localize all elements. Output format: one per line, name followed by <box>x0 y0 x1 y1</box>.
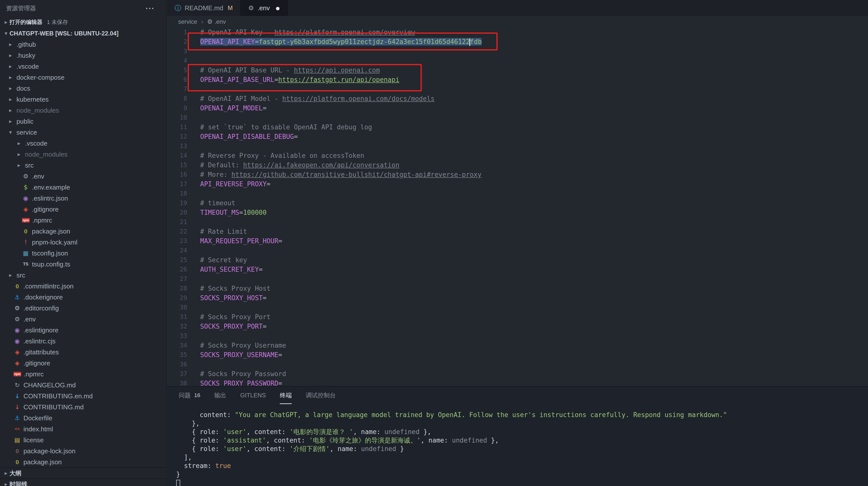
tab-.env[interactable]: ⚙.env● <box>241 0 288 16</box>
tree-folder-.vscode[interactable]: ▸.vscode <box>0 138 166 149</box>
panel-tab-GITLENS[interactable]: GITLENS <box>240 387 266 404</box>
editor-line[interactable]: 9OPENAI_API_MODEL= <box>167 104 868 113</box>
editor-line[interactable]: 24 <box>167 246 868 255</box>
tree-file-CONTRIBUTING.md[interactable]: ↓CONTRIBUTING.md <box>0 402 166 412</box>
tree-folder-public[interactable]: ▸public <box>0 116 166 127</box>
editor-line[interactable]: 5# OpenAI API Base URL - https://api.ope… <box>167 65 868 75</box>
editor-line[interactable]: 28# Socks Proxy Host <box>167 284 868 293</box>
tab-label: README.md <box>185 4 223 12</box>
editor-line[interactable]: 6OPENAI_API_BASE_URL=https://fastgpt.run… <box>167 75 868 84</box>
editor-line[interactable]: 19# timeout <box>167 198 868 208</box>
tree-file-.npmrc[interactable]: npm.npmrc <box>0 369 166 380</box>
tree-folder-docs[interactable]: ▸docs <box>0 83 166 94</box>
editor-line[interactable]: 20TIMEOUT_MS=100000 <box>167 208 868 217</box>
tree-file-.npmrc[interactable]: npm.npmrc <box>0 215 166 226</box>
tree-file-index.html[interactable]: <>index.html <box>0 424 166 434</box>
tree-file-.commitlintrc.json[interactable]: {}.commitlintrc.json <box>0 281 166 292</box>
panel-tab-问题[interactable]: 问题16 <box>179 387 200 404</box>
editor-line[interactable]: 8# OpenAI API Model - https://platform.o… <box>167 94 868 104</box>
editor-line[interactable]: 10 <box>167 113 868 122</box>
editor-line[interactable]: 29SOCKS_PROXY_HOST= <box>167 293 868 303</box>
editor-line[interactable]: 37# Socks Proxy Password <box>167 369 868 379</box>
tree-file-.gitignore[interactable]: ◈.gitignore <box>0 204 166 215</box>
editor-line[interactable]: 3 <box>167 47 868 56</box>
line-number: 27 <box>167 274 187 284</box>
editor-line[interactable]: 32SOCKS_PROXY_PORT= <box>167 322 868 331</box>
sidebar-section-时间线[interactable]: ▸时间线 <box>0 479 166 486</box>
tree-file-.env[interactable]: ⚙.env <box>0 171 166 182</box>
tree-file-package.json[interactable]: {}package.json <box>0 457 166 467</box>
tree-file-.dockerignore[interactable]: ⚓.dockerignore <box>0 292 166 303</box>
editor-line[interactable]: 21 <box>167 217 868 227</box>
tab-README.md[interactable]: ⓘREADME.mdM <box>167 0 241 16</box>
editor-line[interactable]: 16# More: https://github.com/transitive-… <box>167 170 868 179</box>
tree-file-Dockerfile[interactable]: ⚓Dockerfile <box>0 412 166 424</box>
tree-file-CONTRIBUTING.en.md[interactable]: ↓CONTRIBUTING.en.md <box>0 391 166 402</box>
panel-tab-终端[interactable]: 终端 <box>280 387 292 404</box>
panel-tab-调试控制台[interactable]: 调试控制台 <box>306 387 336 404</box>
editor-line[interactable]: 4 <box>167 56 868 65</box>
editor-line[interactable]: 12OPENAI_API_DISABLE_DEBUG= <box>167 132 868 141</box>
tree-folder-src[interactable]: ▸src <box>0 160 166 171</box>
breadcrumb-item-.env[interactable]: ⚙.env <box>207 18 226 25</box>
editor-line[interactable]: 34# Socks Proxy Username <box>167 341 868 350</box>
editor-line[interactable]: 23MAX_REQUEST_PER_HOUR= <box>167 236 868 246</box>
editor-line[interactable]: 36 <box>167 360 868 369</box>
editor-line[interactable]: 26AUTH_SECRET_KEY= <box>167 265 868 274</box>
tree-file-.env[interactable]: ⚙.env <box>0 314 166 325</box>
line-content: # OpenAI API Model - https://platform.op… <box>187 94 434 104</box>
tree-file-tsconfig.json[interactable]: ▦tsconfig.json <box>0 248 166 259</box>
tree-folder-.github[interactable]: ▸.github <box>0 39 166 50</box>
editor-line[interactable]: 33 <box>167 331 868 341</box>
tree-file-license[interactable]: ▤license <box>0 434 166 446</box>
sidebar-section-大纲[interactable]: ▸大纲 <box>0 467 166 479</box>
tree-file-.editorconfig[interactable]: ⚙.editorconfig <box>0 303 166 314</box>
editor-line[interactable]: 25# Secret key <box>167 255 868 265</box>
breadcrumb-item-service[interactable]: service <box>178 18 197 25</box>
terminal-token: }, <box>176 420 200 427</box>
tree-folder-.vscode[interactable]: ▸.vscode <box>0 61 166 72</box>
tree-folder-kubernetes[interactable]: ▸kubernetes <box>0 94 166 105</box>
open-editors-header[interactable]: ▸ 打开的编辑器 1 未保存 <box>0 17 166 28</box>
editor-line[interactable]: 7 <box>167 84 868 94</box>
tree-file-tsup.config.ts[interactable]: TStsup.config.ts <box>0 259 166 270</box>
tree-file-CHANGELOG.md[interactable]: ↻CHANGELOG.md <box>0 380 166 391</box>
tree-file-.eslintignore[interactable]: ◉.eslintignore <box>0 325 166 336</box>
tree-folder-docker-compose[interactable]: ▸docker-compose <box>0 72 166 83</box>
tree-file-.gitattributes[interactable]: ◈.gitattributes <box>0 347 166 358</box>
editor-line[interactable]: 22# Rate Limit <box>167 227 868 236</box>
tree-folder-.husky[interactable]: ▸.husky <box>0 50 166 61</box>
editor-line[interactable]: 30 <box>167 303 868 312</box>
tree-file-package-lock.json[interactable]: {}package-lock.json <box>0 446 166 457</box>
editor[interactable]: 1# OpenAI API Key - https://platform.ope… <box>167 27 868 386</box>
tree-file-pnpm-lock.yaml[interactable]: !pnpm-lock.yaml <box>0 237 166 248</box>
docker-icon: ⚓ <box>13 414 21 422</box>
editor-line[interactable]: 15# Default: https://ai.fakeopen.com/api… <box>167 160 868 170</box>
editor-line[interactable]: 11# set `true` to disable OpenAI API deb… <box>167 122 868 132</box>
editor-line[interactable]: 35SOCKS_PROXY_USERNAME= <box>167 350 868 360</box>
tree-folder-node_modules[interactable]: ▸node_modules <box>0 105 166 116</box>
tree-file-package.json[interactable]: {}package.json <box>0 226 166 237</box>
editor-line[interactable]: 2OPENAI_API_KEY=fastgpt-y6b3axfbdd5wyp01… <box>167 37 868 47</box>
editor-line[interactable]: 18 <box>167 189 868 198</box>
editor-line[interactable]: 14# Reverse Proxy - Available on accessT… <box>167 151 868 160</box>
tree-file-.eslintrc.cjs[interactable]: ◉.eslintrc.cjs <box>0 336 166 347</box>
tree-file-.eslintrc.json[interactable]: ◉.eslintrc.json <box>0 193 166 204</box>
terminal-output[interactable]: content: "You are ChatGPT, a large langu… <box>167 404 868 486</box>
editor-line[interactable]: 1# OpenAI API Key - https://platform.ope… <box>167 27 868 37</box>
panel-tab-输出[interactable]: 输出 <box>214 387 226 404</box>
editor-line[interactable]: 13 <box>167 141 868 151</box>
tree-file-.gitignore[interactable]: ◈.gitignore <box>0 358 166 369</box>
line-number: 8 <box>167 94 187 104</box>
more-actions-icon[interactable]: ⋯ <box>145 3 155 13</box>
tree-folder-node_modules[interactable]: ▸node_modules <box>0 149 166 160</box>
editor-line[interactable]: 38SOCKS_PROXY_PASSWORD= <box>167 379 868 386</box>
editor-line[interactable]: 31# Socks Proxy Port <box>167 312 868 322</box>
tree-folder-src[interactable]: ▸src <box>0 270 166 281</box>
editor-line[interactable]: 27 <box>167 274 868 284</box>
tree-file-.env.example[interactable]: $.env.example <box>0 182 166 193</box>
tree-folder-service[interactable]: ▾service <box>0 127 166 138</box>
editor-line[interactable]: 17API_REVERSE_PROXY= <box>167 179 868 189</box>
line-text: # Socks Proxy Password <box>200 370 286 378</box>
workspace-root-header[interactable]: ▾ CHATGPT-WEB [WSL: UBUNTU-22.04] <box>0 28 166 39</box>
